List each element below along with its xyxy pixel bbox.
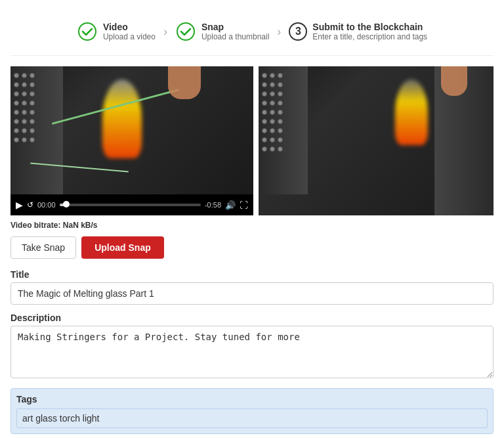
step-submit: 3 Submit to the Blockchain Enter a title… [289, 22, 427, 41]
snap-preview [259, 66, 494, 215]
play-button[interactable]: ▶ [16, 200, 23, 209]
video-section: ▶ ↺ 00:00 -0:58 🔊 ⛶ [10, 66, 494, 215]
fullscreen-button[interactable]: ⛶ [240, 200, 248, 210]
svg-point-1 [177, 23, 194, 40]
video-thumbnail [10, 66, 253, 194]
step-snap-text: Snap Upload a thumbnail [201, 22, 269, 41]
description-textarea[interactable]: Making Stringers for a Project. Stay tun… [10, 326, 494, 378]
step-arrow-1: › [163, 25, 167, 39]
steps-header: Video Upload a video › Snap Upload a thu… [10, 11, 494, 56]
tags-label: Tags [16, 394, 488, 405]
video-player: ▶ ↺ 00:00 -0:58 🔊 ⛶ [10, 66, 253, 215]
step-video-title: Video [103, 22, 156, 32]
snap-screws-left [259, 66, 308, 194]
snap-flame [395, 79, 428, 145]
snap-buttons: Take Snap Upload Snap [10, 236, 494, 259]
time-remaining: -0:58 [205, 201, 221, 209]
snap-hand [441, 66, 467, 96]
step-submit-subtitle: Enter a title, description and tags [312, 32, 427, 41]
time-current: 00:00 [37, 201, 56, 209]
step-video-subtitle: Upload a video [103, 32, 156, 41]
description-section: Description Making Stringers for a Proje… [10, 313, 494, 380]
take-snap-button[interactable]: Take Snap [10, 236, 76, 259]
step-video: Video Upload a video [77, 21, 156, 42]
upload-snap-button[interactable]: Upload Snap [81, 236, 164, 259]
step-snap: Snap Upload a thumbnail [175, 21, 269, 42]
description-label: Description [10, 313, 494, 323]
step-snap-subtitle: Upload a thumbnail [201, 32, 269, 41]
volume-button[interactable]: 🔊 [225, 200, 236, 210]
screws-left [10, 66, 63, 194]
step-arrow-2: › [277, 25, 281, 39]
step-video-text: Video Upload a video [103, 22, 156, 41]
svg-point-0 [79, 23, 96, 40]
bitrate-label: Video bitrate: NaN kB/s [10, 221, 494, 230]
step-submit-title: Submit to the Blockchain [312, 22, 427, 32]
hand-visual [168, 66, 201, 99]
progress-bar[interactable] [60, 204, 201, 206]
step-video-icon [77, 21, 98, 42]
tags-input[interactable] [16, 408, 488, 428]
step-submit-text: Submit to the Blockchain Enter a title, … [312, 22, 427, 41]
step-snap-title: Snap [201, 22, 269, 32]
snap-thumbnail [259, 66, 494, 215]
video-controls: ▶ ↺ 00:00 -0:58 🔊 ⛶ [10, 194, 253, 215]
tags-section: Tags [10, 388, 494, 434]
title-section: Title [10, 269, 494, 305]
flame-visual [102, 79, 142, 158]
step-snap-icon [175, 21, 196, 42]
step-submit-icon: 3 [289, 22, 307, 41]
title-label: Title [10, 269, 494, 280]
title-input[interactable] [10, 282, 494, 305]
rewind-button[interactable]: ↺ [27, 201, 33, 209]
